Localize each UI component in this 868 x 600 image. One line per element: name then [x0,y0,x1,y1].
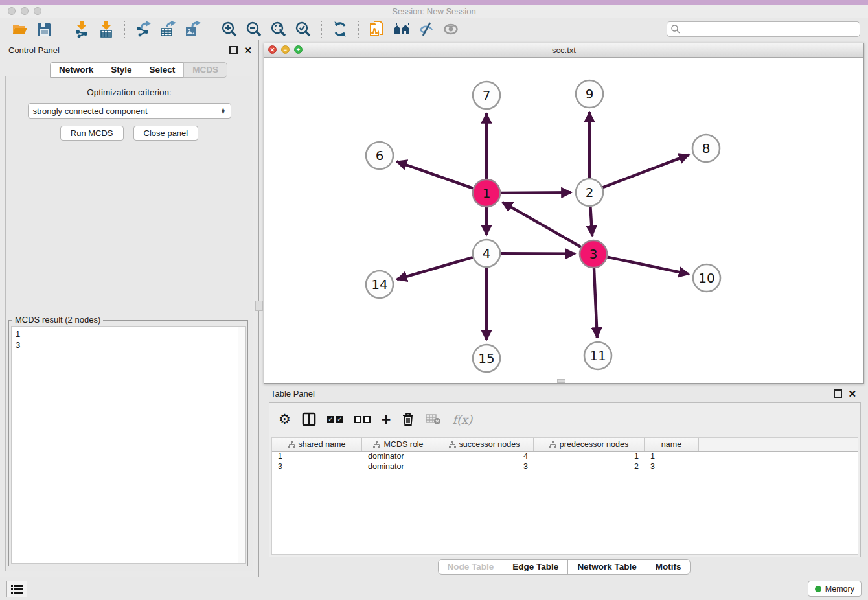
node-1[interactable]: 1 [473,179,500,207]
zoom-in-icon[interactable] [220,19,239,39]
zoom-selected-icon[interactable] [293,19,313,39]
import-network-icon[interactable] [72,19,91,39]
tab-select[interactable]: Select [141,62,185,78]
edge-3-1[interactable] [502,202,581,247]
memory-label: Memory [825,584,854,594]
edge-1-6[interactable] [396,161,473,188]
tab-network-table[interactable]: Network Table [567,559,646,575]
edge-2-3[interactable] [590,207,592,236]
table-row[interactable]: 1dominator411 [272,452,858,462]
open-session-icon[interactable] [10,19,30,39]
close-table-panel-icon[interactable]: ✕ [848,389,856,398]
memory-status-icon [815,586,821,592]
mcds-result-area[interactable]: 1 3 [11,326,246,564]
svg-text:10: 10 [698,270,714,286]
optimization-criterion-label: Optimization criterion: [6,87,253,97]
new-network-from-selection-icon[interactable] [367,19,387,39]
node-14[interactable]: 14 [366,271,393,298]
window-accent-strip [0,0,868,5]
float-panel-icon[interactable] [229,46,238,54]
select-all-icon[interactable]: ✓✓ [327,410,343,428]
svg-text:9: 9 [586,86,594,102]
tab-mcds[interactable]: MCDS [183,62,227,78]
tab-edge-table[interactable]: Edge Table [503,559,568,575]
table-panel-title: Table Panel [271,389,315,398]
node-7[interactable]: 7 [473,82,500,109]
table-toolbar: ⚙ ✓✓ + f(x) [269,403,860,435]
zoom-fit-icon[interactable] [269,19,288,39]
edge-3-11[interactable] [594,268,597,338]
column-header-predecessor-nodes[interactable]: predecessor nodes [534,438,645,451]
node-15[interactable]: 15 [473,345,500,372]
column-header-successor-nodes[interactable]: successor nodes [435,438,534,451]
column-header-mcds-role[interactable]: MCDS role [362,438,435,451]
show-all-icon[interactable] [441,19,461,39]
export-image-icon[interactable] [183,19,202,39]
node-2[interactable]: 2 [576,179,603,206]
svg-text:2: 2 [586,185,594,200]
edge-4-3[interactable] [501,253,575,254]
edge-4-14[interactable] [397,257,473,279]
node-6[interactable]: 6 [366,142,393,169]
criterion-dropdown[interactable]: strongly connected component ▲▼ [28,103,231,119]
run-mcds-button[interactable]: Run MCDS [60,126,124,141]
svg-text:8: 8 [702,141,711,156]
criterion-value: strongly connected component [33,106,148,116]
table-cell: 2 [534,462,645,472]
node-3[interactable]: 3 [580,240,607,268]
node-4[interactable]: 4 [473,240,500,267]
search-field[interactable] [667,21,860,37]
add-column-icon[interactable]: + [382,410,391,428]
table-panel-tabs: Node TableEdge TableNetwork TableMotifs [264,559,864,575]
node-9[interactable]: 9 [576,80,603,108]
show-columns-icon[interactable] [302,410,316,428]
edge-3-10[interactable] [608,257,689,275]
svg-text:6: 6 [376,148,384,163]
deselect-all-icon[interactable] [354,410,371,428]
export-network-icon[interactable] [133,19,153,39]
delete-table-icon [426,410,441,428]
delete-column-trash-icon[interactable] [402,410,415,428]
node-table[interactable]: shared nameMCDS rolesuccessor nodesprede… [271,437,858,555]
task-history-button[interactable] [6,581,27,597]
network-graph[interactable]: 7968124314101511 [264,57,863,383]
refresh-icon[interactable] [330,19,350,39]
node-10[interactable]: 10 [693,264,720,292]
tab-motifs[interactable]: Motifs [646,559,691,575]
column-header-shared-name[interactable]: shared name [272,438,362,451]
toolbar-separator [63,21,63,38]
network-splitter-handle[interactable] [557,379,565,383]
network-window-title: scc.txt [264,45,863,55]
export-table-icon[interactable] [158,19,177,39]
memory-button[interactable]: Memory [808,581,862,597]
control-panel-tabs: NetworkStyleSelectMCDS [50,62,227,78]
table-header-row: shared nameMCDS rolesuccessor nodesprede… [272,438,858,452]
close-panel-button[interactable]: Close panel [133,126,199,141]
node-8[interactable]: 8 [692,135,720,162]
network-window-titlebar[interactable]: ✕ − + scc.txt [264,43,863,58]
hide-selected-icon[interactable] [417,19,436,39]
panel-splitter-handle[interactable] [255,301,263,311]
result-scrollbar[interactable] [238,327,245,563]
tab-style[interactable]: Style [102,62,141,78]
search-input[interactable] [681,23,860,34]
import-table-icon[interactable] [97,19,116,39]
zoom-out-icon[interactable] [244,19,264,39]
table-settings-gear-icon[interactable]: ⚙ [279,410,291,428]
table-row[interactable]: 3dominator323 [272,462,858,472]
float-table-panel-icon[interactable] [834,389,842,398]
toolbar-separator [211,21,211,38]
column-header-name[interactable]: name [645,438,699,451]
tab-node-table[interactable]: Node Table [438,559,504,575]
function-builder-icon: f(x) [452,410,472,428]
svg-text:15: 15 [478,351,494,366]
table-cell: 4 [435,452,534,462]
first-neighbors-icon[interactable] [392,19,411,39]
edge-2-8[interactable] [603,155,689,187]
tab-network[interactable]: Network [50,62,102,78]
save-session-icon[interactable] [35,19,54,39]
edge-1-2[interactable] [501,192,571,193]
close-panel-icon[interactable]: ✕ [244,45,252,55]
svg-text:11: 11 [589,348,606,363]
node-11[interactable]: 11 [584,342,611,369]
